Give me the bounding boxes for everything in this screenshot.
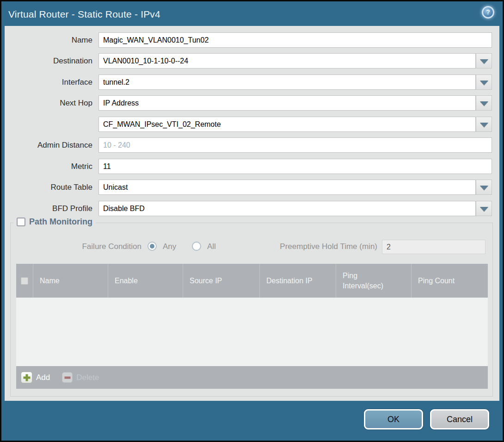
cancel-button[interactable]: Cancel — [430, 409, 489, 430]
path-monitoring-legend: Path Monitoring — [13, 217, 96, 227]
chevron-down-icon — [480, 101, 488, 106]
dialog-virtual-router-static-route: Virtual Router - Static Route - IPv4 ? N… — [0, 0, 504, 442]
interface-input[interactable] — [98, 75, 476, 90]
interface-label: Interface — [5, 75, 92, 90]
route-table-dropdown-button[interactable] — [476, 180, 492, 195]
chevron-down-icon — [480, 123, 488, 127]
column-header-ping-interval[interactable]: Ping Interval(sec) — [336, 264, 412, 298]
field-row-next-hop-address — [5, 117, 499, 132]
field-row-admin-distance: Admin Distance — [5, 137, 499, 153]
add-button[interactable]: Add — [21, 372, 50, 383]
table-body-empty — [16, 298, 488, 366]
interface-dropdown-button[interactable] — [476, 75, 492, 90]
next-hop-type-dropdown-button[interactable] — [476, 95, 492, 111]
failure-condition-label: Failure Condition — [11, 239, 141, 254]
bfd-profile-label: BFD Profile — [5, 201, 92, 216]
destination-input[interactable] — [98, 53, 476, 68]
column-header-ping-count[interactable]: Ping Count — [412, 264, 488, 298]
delete-button[interactable]: Delete — [62, 372, 99, 383]
column-header-enable[interactable]: Enable — [108, 264, 183, 298]
plus-icon — [21, 372, 32, 383]
table-footer-bar: Add Delete — [16, 366, 488, 389]
field-row-route-table: Route Table — [5, 180, 499, 195]
path-monitoring-group: Path Monitoring Failure Condition Any Al… — [10, 223, 493, 397]
field-row-bfd-profile: BFD Profile — [5, 201, 499, 216]
table-header-checkbox-cell — [16, 264, 33, 298]
chevron-down-icon — [480, 81, 488, 85]
preemptive-hold-time-input[interactable] — [382, 240, 486, 254]
admin-distance-label: Admin Distance — [5, 137, 92, 153]
path-monitoring-title: Path Monitoring — [29, 217, 92, 227]
select-all-checkbox[interactable] — [21, 277, 28, 285]
failure-condition-all-label: All — [207, 239, 216, 254]
column-header-name[interactable]: Name — [33, 264, 108, 298]
help-icon[interactable]: ? — [482, 6, 494, 19]
bfd-profile-input[interactable] — [98, 201, 476, 216]
chevron-down-icon — [480, 59, 488, 64]
bfd-profile-dropdown-button[interactable] — [476, 201, 492, 216]
ok-button[interactable]: OK — [364, 409, 423, 430]
destination-label: Destination — [5, 53, 92, 68]
field-row-metric: Metric — [5, 159, 499, 174]
field-row-name: Name — [5, 32, 499, 48]
route-table-label: Route Table — [5, 180, 92, 195]
column-header-source-ip[interactable]: Source IP — [183, 264, 260, 298]
name-input[interactable] — [98, 32, 492, 48]
table-header-row: Name Enable Source IP Destination IP Pin… — [16, 264, 488, 298]
next-hop-label: Next Hop — [5, 95, 92, 111]
next-hop-address-input[interactable] — [98, 117, 476, 132]
minus-icon — [62, 372, 73, 383]
next-hop-address-dropdown-button[interactable] — [476, 117, 492, 132]
dialog-title: Virtual Router - Static Route - IPv4 — [8, 9, 160, 20]
field-row-destination: Destination — [5, 53, 499, 68]
route-table-input[interactable] — [98, 180, 476, 195]
failure-condition-all-radio[interactable] — [192, 242, 201, 251]
metric-label: Metric — [5, 159, 92, 174]
next-hop-type-input[interactable] — [98, 95, 476, 111]
chevron-down-icon — [480, 207, 488, 212]
preemptive-hold-time-label: Preemptive Hold Time (min) — [251, 239, 377, 254]
metric-input[interactable] — [98, 159, 492, 174]
column-header-destination-ip[interactable]: Destination IP — [260, 264, 336, 298]
destination-dropdown-button[interactable] — [476, 53, 492, 68]
admin-distance-input[interactable] — [98, 137, 492, 153]
path-monitoring-table: Name Enable Source IP Destination IP Pin… — [16, 264, 488, 389]
failure-condition-any-radio[interactable] — [148, 242, 157, 251]
path-monitoring-checkbox[interactable] — [17, 218, 25, 226]
field-row-interface: Interface — [5, 75, 499, 90]
radio-dot — [150, 244, 154, 249]
name-label: Name — [5, 32, 92, 48]
form-panel: Name Destination Interface Next Hop — [5, 26, 499, 401]
field-row-next-hop: Next Hop — [5, 95, 499, 111]
failure-condition-any-label: Any — [163, 239, 176, 254]
chevron-down-icon — [480, 186, 488, 190]
